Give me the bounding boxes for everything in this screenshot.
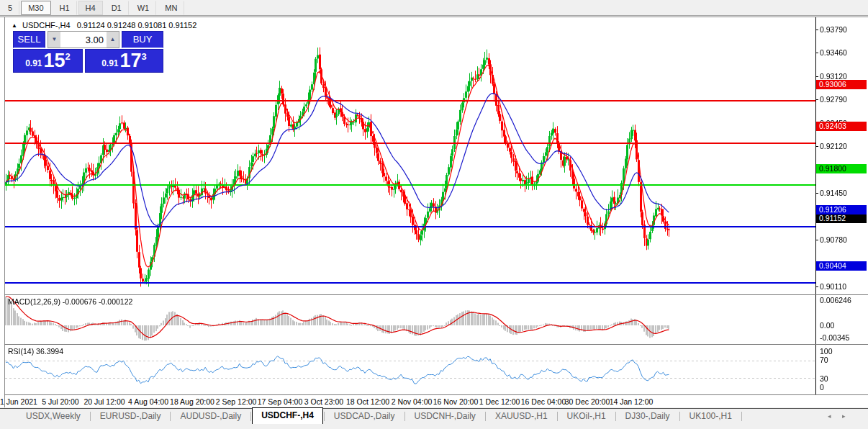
volume-stepper: ▼ ▲ [48, 31, 119, 48]
date-tick-label: 21 Jun 2021 [0, 397, 37, 406]
rsi-tick-label: 100 [820, 347, 833, 356]
rsi-tick-label: 70 [820, 356, 828, 364]
price-tick-label: 0.91450 [820, 189, 847, 197]
rsi-panel-separator[interactable] [4, 344, 868, 345]
chart-tab-usdx-weekly[interactable]: USDX,Weekly [17, 409, 89, 424]
price-tick-mark [815, 193, 818, 194]
date-tick-label: 20 Jul 12:00 [83, 397, 125, 406]
volume-input[interactable] [60, 32, 107, 48]
tab-separator [324, 412, 325, 421]
date-tick-label: 18 Aug 20:00 [170, 397, 214, 406]
level-price-badge: 0.90404 [816, 261, 867, 271]
date-tick-label: 3 Oct 23:00 [304, 397, 343, 406]
tabs-scroll-right-icon[interactable]: ▸ [842, 412, 846, 420]
buy-price-button[interactable]: 0.91 17 3 [85, 49, 163, 73]
timeframe-button-h4[interactable]: H4 [78, 1, 103, 15]
sell-price-button[interactable]: 0.91 15 2 [13, 49, 83, 73]
price-tick-mark [815, 240, 818, 240]
window-left-border [4, 17, 5, 407]
price-tick-mark [815, 286, 818, 287]
price-tick-label: 0.92790 [820, 95, 847, 104]
buy-price-big: 17 [120, 51, 142, 71]
chart-tab-xauusd-h1[interactable]: XAUUSD-,H1 [487, 409, 556, 424]
date-tick-label: 2 Nov 04:00 [392, 397, 433, 406]
chart-symbol-period: USDCHF-,H4 [22, 21, 71, 30]
level-price-badge: 0.91800 [816, 164, 867, 173]
timeframe-button-w1[interactable]: W1 [130, 1, 157, 15]
tab-separator [741, 412, 742, 421]
timeframe-toolbar: 5M30H1H4D1W1MN [0, 0, 868, 16]
level-price-badge: 0.92403 [816, 122, 867, 131]
date-tick-label: 5 Jul 20:00 [42, 397, 78, 406]
date-tick-label: 16 Nov 20:00 [433, 397, 478, 406]
price-tick-mark [815, 99, 818, 100]
current-price-badge: 0.91152 [816, 214, 867, 223]
tab-separator [250, 412, 251, 421]
sell-price-big: 15 [44, 51, 65, 71]
timeframe-button-5[interactable]: 5 [1, 1, 19, 15]
rsi-label: RSI(14) 36.3994 [8, 347, 63, 356]
tab-separator [615, 412, 616, 421]
tab-separator [679, 412, 680, 421]
terminal-window: 5M30H1H4D1W1MN ▲ USDCHF-,H4 0.91124 0.91… [0, 0, 868, 429]
timeframe-button-h1[interactable]: H1 [53, 1, 77, 15]
chart-tab-bar: USDX,WeeklyEURUSD-,DailyAUDUSD-,DailyUSD… [0, 408, 868, 424]
tab-separator [170, 412, 171, 421]
buy-price-base: 0.91 [101, 58, 118, 71]
macd-tick-label: 0.006246 [820, 296, 851, 304]
date-tick-label: 18 Oct 12:00 [346, 397, 389, 406]
chart-tab-audusd-daily[interactable]: AUDUSD-,Daily [171, 409, 250, 424]
date-tick-label: 4 Aug 04:00 [128, 397, 168, 406]
volume-increase-icon[interactable]: ▲ [107, 32, 119, 48]
sell-price-base: 0.91 [25, 58, 42, 71]
tab-separator [485, 412, 486, 421]
timeframe-button-m30[interactable]: M30 [21, 1, 50, 15]
price-tick-label: 0.92120 [820, 142, 847, 150]
price-tick-mark [815, 53, 818, 53]
chart-tab-usdchf-h4[interactable]: USDCHF-,H4 [252, 407, 323, 424]
tabs-scroll-left-icon[interactable]: ◂ [828, 412, 831, 420]
one-click-trade-panel: SELL ▼ ▲ BUY 0.91 15 2 0.91 17 3 [13, 31, 163, 73]
timeframe-button-d1[interactable]: D1 [104, 1, 129, 15]
rsi-indicator-canvas[interactable] [5, 346, 815, 394]
chart-title: ▲ USDCHF-,H4 0.91124 0.91248 0.91081 0.9… [12, 21, 196, 30]
level-price-badge: 0.91206 [816, 205, 867, 214]
price-tick-label: 0.93460 [820, 48, 847, 57]
chart-tab-uk100-h1[interactable]: UK100-,H1 [681, 409, 741, 424]
sell-button[interactable]: SELL [13, 31, 45, 48]
price-chart-canvas[interactable] [5, 35, 815, 310]
sell-price-pip: 2 [65, 51, 71, 62]
price-tick-label: 0.90780 [820, 235, 847, 244]
price-tick-mark [815, 76, 818, 77]
price-tick-label: 0.93790 [820, 25, 847, 34]
volume-decrease-icon[interactable]: ▼ [48, 32, 60, 48]
date-axis-separator [4, 394, 868, 395]
chart-tab-eurusd-daily[interactable]: EURUSD-,Daily [91, 409, 170, 424]
price-tick-label: 0.90110 [820, 282, 846, 291]
rsi-tick-label: 0 [820, 383, 824, 392]
date-tick-label: 17 Sep 04:00 [258, 397, 302, 406]
timeframe-button-mn[interactable]: MN [158, 1, 184, 15]
chart-tab-ukoil-h1[interactable]: UKOil-,H1 [559, 409, 615, 424]
date-tick-label: 16 Dec 04:00 [521, 397, 566, 406]
collapse-trade-panel-icon[interactable]: ▲ [12, 22, 17, 29]
date-tick-label: 2 Sep 12:00 [216, 397, 257, 406]
chart-tab-dj30-daily[interactable]: DJ30-,Daily [617, 409, 679, 424]
chart-ohlc-values: 0.91124 0.91248 0.91081 0.91152 [77, 21, 197, 30]
price-tick-mark [815, 30, 818, 30]
buy-price-pip: 3 [142, 51, 147, 62]
chart-tab-usdcnh-daily[interactable]: USDCNH-,Daily [406, 409, 484, 424]
price-tick-mark [815, 146, 818, 147]
chart-window [0, 17, 868, 407]
tab-separator [90, 412, 91, 421]
date-tick-label: 30 Dec 20:00 [565, 397, 610, 406]
date-tick-label: 1 Dec 12:00 [479, 397, 520, 406]
date-tick-label: 14 Jan 12:00 [610, 397, 654, 406]
buy-button[interactable]: BUY [122, 31, 163, 48]
macd-panel-separator[interactable] [4, 294, 868, 295]
tab-separator [404, 412, 405, 421]
macd-tick-label: -0.00345 [820, 333, 849, 342]
chart-tab-usdcad-daily[interactable]: USDCAD-,Daily [325, 409, 404, 424]
rsi-tick-label: 30 [820, 374, 828, 383]
macd-tick-label: 0.00 [820, 321, 834, 330]
